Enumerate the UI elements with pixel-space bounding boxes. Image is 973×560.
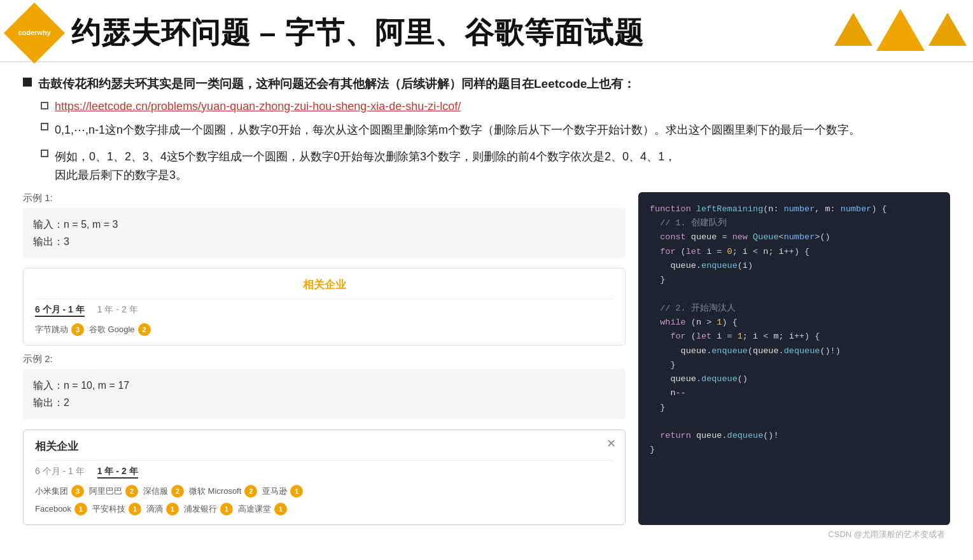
tag-shxf-badge: 2 bbox=[171, 485, 184, 498]
sub-bullet-sq-icon-3 bbox=[41, 150, 48, 157]
tag-alibaba-badge: 2 bbox=[125, 485, 138, 498]
popup-close-button[interactable]: ✕ bbox=[606, 437, 616, 451]
tag-amazon: 亚马逊1 bbox=[262, 485, 303, 498]
tag-xiaomi-name: 小米集团 bbox=[35, 486, 68, 497]
time-tab-small-2[interactable]: 1 年 - 2 年 bbox=[97, 304, 138, 317]
tag-bytedance-name: 字节跳动 bbox=[35, 324, 68, 335]
tag-microsoft-badge: 2 bbox=[244, 485, 257, 498]
tag-pingan-name: 平安科技 bbox=[92, 503, 125, 515]
sub-bullet-link: https://leetcode.cn/problems/yuan-quan-z… bbox=[41, 100, 950, 113]
code-line: queue.enqueue(queue.dequeue()!) bbox=[650, 344, 939, 358]
tag-amazon-name: 亚马逊 bbox=[262, 486, 287, 497]
tags-row-small: 字节跳动 3 谷歌 Google 2 bbox=[35, 323, 613, 336]
code-line: n-- bbox=[650, 386, 939, 400]
popup-tags-row-1: 小米集团3 阿里巴巴2 深信服2 微软 Microsoft2 亚马逊1 bbox=[35, 485, 613, 498]
code-line bbox=[650, 287, 939, 301]
tag-pingan-badge: 1 bbox=[129, 503, 141, 515]
bullet-main-1: 击鼓传花和约瑟夫环其实是同一类问题，这种问题还会有其他解法（后续讲解）同样的题目… bbox=[23, 75, 950, 94]
sub-bullet-2: 0,1,⋯,n-1这n个数字排成一个圆圈，从数字0开始，每次从这个圆圈里删除第m… bbox=[41, 121, 950, 139]
code-line: for (let i = 0; i < n; i++) { bbox=[650, 245, 939, 259]
tag-google: 谷歌 Google 2 bbox=[89, 323, 151, 336]
tag-didi: 滴滴1 bbox=[146, 503, 179, 515]
tag-gaotu-badge: 1 bbox=[274, 503, 287, 515]
logo: coderwhy bbox=[4, 3, 65, 64]
header-decoration bbox=[834, 0, 967, 51]
code-line: return queue.dequeue()! bbox=[650, 429, 939, 443]
tag-xiaomi-badge: 3 bbox=[71, 485, 84, 498]
left-column: 示例 1: 输入：n = 5, m = 3 输出：3 相关企业 6 个月 - 1… bbox=[23, 192, 626, 525]
tag-shxf-name: 深信服 bbox=[143, 486, 168, 497]
sub-bullet-3: 例如，0、1、2、3、4这5个数字组成一个圆圈，从数字0开始每次删除第3个数字，… bbox=[41, 148, 950, 185]
popup-time-tab-1[interactable]: 6 个月 - 1 年 bbox=[35, 466, 85, 479]
tag-facebook-name: Facebook bbox=[35, 504, 71, 514]
leetcode-link[interactable]: https://leetcode.cn/problems/yuan-quan-z… bbox=[55, 100, 461, 113]
tag-shxf: 深信服2 bbox=[143, 485, 184, 498]
example2-box: 输入：n = 10, m = 17 输出：2 bbox=[23, 369, 626, 419]
tag-spd: 浦发银行1 bbox=[184, 503, 233, 515]
tag-gaotu: 高途课堂1 bbox=[238, 503, 287, 515]
popup-time-tabs[interactable]: 6 个月 - 1 年 1 年 - 2 年 bbox=[35, 466, 613, 479]
code-line: const queue = new Queue<number>() bbox=[650, 230, 939, 244]
two-col-layout: 示例 1: 输入：n = 5, m = 3 输出：3 相关企业 6 个月 - 1… bbox=[23, 192, 950, 525]
time-tabs-small[interactable]: 6 个月 - 1 年 1 年 - 2 年 bbox=[35, 304, 613, 317]
company-popup: ✕ 相关企业 6 个月 - 1 年 1 年 - 2 年 小米集团3 阿里巴巴2 … bbox=[23, 430, 626, 525]
logo-text: coderwhy bbox=[18, 29, 50, 37]
popup-time-tab-2[interactable]: 1 年 - 2 年 bbox=[97, 466, 138, 479]
bullet3-text2: 因此最后剩下的数字是3。 bbox=[55, 169, 187, 181]
example2-label: 示例 2: bbox=[23, 353, 626, 365]
page-title: 约瑟夫环问题 – 字节、阿里、谷歌等面试题 bbox=[71, 13, 644, 53]
code-line: function leftRemaining(n: number, m: num… bbox=[650, 202, 939, 216]
tag-xiaomi: 小米集团3 bbox=[35, 485, 84, 498]
code-line: } bbox=[650, 443, 939, 457]
tag-spd-badge: 1 bbox=[220, 503, 233, 515]
code-line: queue.dequeue() bbox=[650, 372, 939, 386]
bullet-section-1: 击鼓传花和约瑟夫环其实是同一类问题，这种问题还会有其他解法（后续讲解）同样的题目… bbox=[23, 75, 950, 139]
sub-bullet-sq-icon bbox=[41, 102, 48, 109]
code-line: for (let i = 1; i < m; i++) { bbox=[650, 330, 939, 344]
triangle-icon-2 bbox=[876, 9, 925, 51]
tag-spd-name: 浦发银行 bbox=[184, 503, 217, 515]
sub-bullets-1: https://leetcode.cn/problems/yuan-quan-z… bbox=[23, 100, 950, 139]
tag-google-name: 谷歌 Google bbox=[89, 324, 135, 335]
triangle-icon-3 bbox=[928, 13, 967, 46]
tag-didi-badge: 1 bbox=[166, 503, 179, 515]
example2-content: 输入：n = 10, m = 17 输出：2 bbox=[33, 377, 615, 411]
bullet3-text1: 例如，0、1、2、3、4这5个数字组成一个圆圈，从数字0开始每次删除第3个数字，… bbox=[55, 150, 676, 163]
code-line: // 1. 创建队列 bbox=[650, 216, 939, 230]
watermark: CSDN @尤雨溪般的艺术变成者 bbox=[638, 529, 950, 540]
example1-box: 输入：n = 5, m = 3 输出：3 bbox=[23, 208, 626, 258]
company-divider-1 bbox=[35, 298, 613, 299]
example1-label: 示例 1: bbox=[23, 192, 626, 204]
company-card-small-title: 相关企业 bbox=[35, 277, 613, 292]
tag-gaotu-name: 高途课堂 bbox=[238, 503, 271, 515]
triangle-icon-1 bbox=[834, 13, 872, 46]
code-line: // 2. 开始淘汰人 bbox=[650, 302, 939, 316]
tag-microsoft: 微软 Microsoft2 bbox=[189, 485, 257, 498]
example1-section: 示例 1: 输入：n = 5, m = 3 输出：3 bbox=[23, 192, 626, 258]
popup-divider bbox=[35, 460, 613, 461]
code-line: } bbox=[650, 401, 939, 415]
sub-bullet-text-2: 0,1,⋯,n-1这n个数字排成一个圆圈，从数字0开始，每次从这个圆圈里删除第m… bbox=[55, 121, 860, 139]
sub-bullet-sq-icon-2 bbox=[41, 123, 48, 130]
time-tab-small-1[interactable]: 6 个月 - 1 年 bbox=[35, 304, 85, 317]
tag-alibaba: 阿里巴巴2 bbox=[89, 485, 138, 498]
popup-tags-row-2: Facebook1 平安科技1 滴滴1 浦发银行1 高途课堂1 bbox=[35, 503, 613, 515]
example2-section: 示例 2: 输入：n = 10, m = 17 输出：2 bbox=[23, 353, 626, 419]
code-block: function leftRemaining(n: number, m: num… bbox=[638, 192, 950, 525]
sub-bullet-text-3: 例如，0、1、2、3、4这5个数字组成一个圆圈，从数字0开始每次删除第3个数字，… bbox=[55, 148, 676, 185]
code-line: } bbox=[650, 273, 939, 287]
tag-google-badge: 2 bbox=[138, 323, 151, 336]
bullet-square-icon bbox=[23, 78, 32, 87]
right-column: function leftRemaining(n: number, m: num… bbox=[638, 192, 950, 525]
code-line: } bbox=[650, 358, 939, 372]
tag-pingan: 平安科技1 bbox=[92, 503, 141, 515]
popup-title: 相关企业 bbox=[35, 439, 613, 454]
sub-bullets-3: 例如，0、1、2、3、4这5个数字组成一个圆圈，从数字0开始每次删除第3个数字，… bbox=[23, 148, 950, 185]
code-line bbox=[650, 415, 939, 429]
bullet-main-text-1: 击鼓传花和约瑟夫环其实是同一类问题，这种问题还会有其他解法（后续讲解）同样的题目… bbox=[38, 75, 635, 94]
tag-amazon-badge: 1 bbox=[290, 485, 303, 498]
header: coderwhy 约瑟夫环问题 – 字节、阿里、谷歌等面试题 bbox=[0, 0, 973, 62]
code-line: while (n > 1) { bbox=[650, 316, 939, 330]
example1-content: 输入：n = 5, m = 3 输出：3 bbox=[33, 216, 615, 250]
tag-facebook-badge: 1 bbox=[74, 503, 87, 515]
